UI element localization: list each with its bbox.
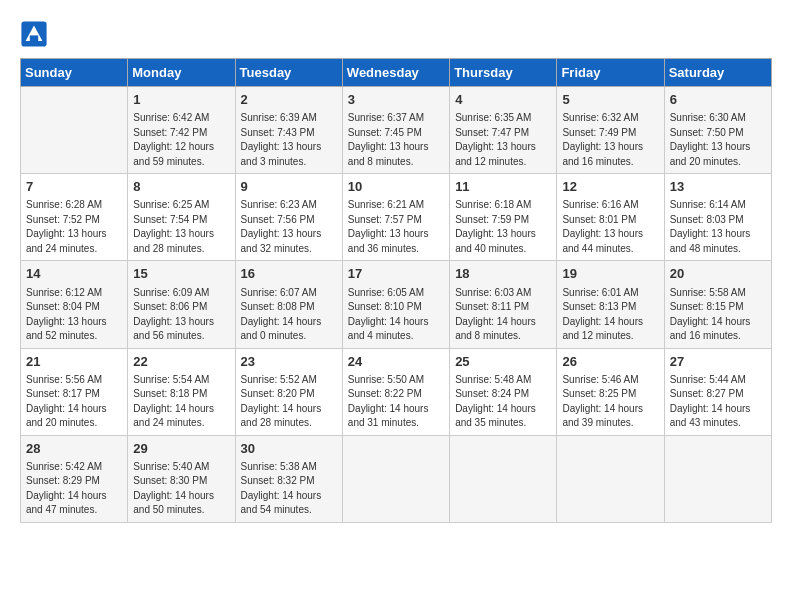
calendar-cell: 15Sunrise: 6:09 AM Sunset: 8:06 PM Dayli… (128, 261, 235, 348)
cell-info: Sunrise: 5:46 AM Sunset: 8:25 PM Dayligh… (562, 373, 658, 431)
cell-info: Sunrise: 6:18 AM Sunset: 7:59 PM Dayligh… (455, 198, 551, 256)
calendar-cell: 18Sunrise: 6:03 AM Sunset: 8:11 PM Dayli… (450, 261, 557, 348)
calendar-cell (664, 435, 771, 522)
cell-info: Sunrise: 6:09 AM Sunset: 8:06 PM Dayligh… (133, 286, 229, 344)
cell-info: Sunrise: 5:42 AM Sunset: 8:29 PM Dayligh… (26, 460, 122, 518)
cell-info: Sunrise: 5:58 AM Sunset: 8:15 PM Dayligh… (670, 286, 766, 344)
day-number: 12 (562, 178, 658, 196)
calendar-cell: 2Sunrise: 6:39 AM Sunset: 7:43 PM Daylig… (235, 87, 342, 174)
cell-info: Sunrise: 6:16 AM Sunset: 8:01 PM Dayligh… (562, 198, 658, 256)
header (20, 20, 772, 48)
day-number: 5 (562, 91, 658, 109)
day-number: 29 (133, 440, 229, 458)
cell-info: Sunrise: 5:54 AM Sunset: 8:18 PM Dayligh… (133, 373, 229, 431)
day-number: 25 (455, 353, 551, 371)
cell-info: Sunrise: 6:35 AM Sunset: 7:47 PM Dayligh… (455, 111, 551, 169)
cell-info: Sunrise: 5:38 AM Sunset: 8:32 PM Dayligh… (241, 460, 337, 518)
col-header-monday: Monday (128, 59, 235, 87)
day-number: 13 (670, 178, 766, 196)
calendar-cell: 8Sunrise: 6:25 AM Sunset: 7:54 PM Daylig… (128, 174, 235, 261)
calendar-cell: 19Sunrise: 6:01 AM Sunset: 8:13 PM Dayli… (557, 261, 664, 348)
calendar-cell: 14Sunrise: 6:12 AM Sunset: 8:04 PM Dayli… (21, 261, 128, 348)
col-header-thursday: Thursday (450, 59, 557, 87)
cell-info: Sunrise: 6:25 AM Sunset: 7:54 PM Dayligh… (133, 198, 229, 256)
cell-info: Sunrise: 6:42 AM Sunset: 7:42 PM Dayligh… (133, 111, 229, 169)
day-number: 3 (348, 91, 444, 109)
day-number: 9 (241, 178, 337, 196)
day-number: 1 (133, 91, 229, 109)
day-number: 22 (133, 353, 229, 371)
calendar-cell: 22Sunrise: 5:54 AM Sunset: 8:18 PM Dayli… (128, 348, 235, 435)
day-number: 11 (455, 178, 551, 196)
calendar-cell: 30Sunrise: 5:38 AM Sunset: 8:32 PM Dayli… (235, 435, 342, 522)
cell-info: Sunrise: 6:30 AM Sunset: 7:50 PM Dayligh… (670, 111, 766, 169)
calendar-cell: 17Sunrise: 6:05 AM Sunset: 8:10 PM Dayli… (342, 261, 449, 348)
calendar-cell: 6Sunrise: 6:30 AM Sunset: 7:50 PM Daylig… (664, 87, 771, 174)
calendar-cell: 28Sunrise: 5:42 AM Sunset: 8:29 PM Dayli… (21, 435, 128, 522)
cell-info: Sunrise: 6:05 AM Sunset: 8:10 PM Dayligh… (348, 286, 444, 344)
cell-info: Sunrise: 6:21 AM Sunset: 7:57 PM Dayligh… (348, 198, 444, 256)
calendar-cell: 5Sunrise: 6:32 AM Sunset: 7:49 PM Daylig… (557, 87, 664, 174)
calendar-cell: 26Sunrise: 5:46 AM Sunset: 8:25 PM Dayli… (557, 348, 664, 435)
calendar-cell: 13Sunrise: 6:14 AM Sunset: 8:03 PM Dayli… (664, 174, 771, 261)
calendar-table: SundayMondayTuesdayWednesdayThursdayFrid… (20, 58, 772, 523)
calendar-cell: 3Sunrise: 6:37 AM Sunset: 7:45 PM Daylig… (342, 87, 449, 174)
day-number: 2 (241, 91, 337, 109)
cell-info: Sunrise: 6:23 AM Sunset: 7:56 PM Dayligh… (241, 198, 337, 256)
calendar-cell: 20Sunrise: 5:58 AM Sunset: 8:15 PM Dayli… (664, 261, 771, 348)
week-row-4: 21Sunrise: 5:56 AM Sunset: 8:17 PM Dayli… (21, 348, 772, 435)
logo-icon (20, 20, 48, 48)
calendar-cell (342, 435, 449, 522)
col-header-sunday: Sunday (21, 59, 128, 87)
calendar-cell: 4Sunrise: 6:35 AM Sunset: 7:47 PM Daylig… (450, 87, 557, 174)
calendar-cell: 25Sunrise: 5:48 AM Sunset: 8:24 PM Dayli… (450, 348, 557, 435)
day-number: 18 (455, 265, 551, 283)
col-header-tuesday: Tuesday (235, 59, 342, 87)
cell-info: Sunrise: 6:28 AM Sunset: 7:52 PM Dayligh… (26, 198, 122, 256)
cell-info: Sunrise: 6:01 AM Sunset: 8:13 PM Dayligh… (562, 286, 658, 344)
col-header-wednesday: Wednesday (342, 59, 449, 87)
day-number: 14 (26, 265, 122, 283)
week-row-3: 14Sunrise: 6:12 AM Sunset: 8:04 PM Dayli… (21, 261, 772, 348)
day-number: 23 (241, 353, 337, 371)
cell-info: Sunrise: 5:52 AM Sunset: 8:20 PM Dayligh… (241, 373, 337, 431)
cell-info: Sunrise: 6:32 AM Sunset: 7:49 PM Dayligh… (562, 111, 658, 169)
week-row-2: 7Sunrise: 6:28 AM Sunset: 7:52 PM Daylig… (21, 174, 772, 261)
header-row: SundayMondayTuesdayWednesdayThursdayFrid… (21, 59, 772, 87)
calendar-cell (450, 435, 557, 522)
cell-info: Sunrise: 5:48 AM Sunset: 8:24 PM Dayligh… (455, 373, 551, 431)
calendar-cell: 10Sunrise: 6:21 AM Sunset: 7:57 PM Dayli… (342, 174, 449, 261)
cell-info: Sunrise: 5:40 AM Sunset: 8:30 PM Dayligh… (133, 460, 229, 518)
calendar-cell: 24Sunrise: 5:50 AM Sunset: 8:22 PM Dayli… (342, 348, 449, 435)
day-number: 6 (670, 91, 766, 109)
cell-info: Sunrise: 6:37 AM Sunset: 7:45 PM Dayligh… (348, 111, 444, 169)
calendar-cell (21, 87, 128, 174)
calendar-cell: 1Sunrise: 6:42 AM Sunset: 7:42 PM Daylig… (128, 87, 235, 174)
calendar-cell: 9Sunrise: 6:23 AM Sunset: 7:56 PM Daylig… (235, 174, 342, 261)
cell-info: Sunrise: 6:03 AM Sunset: 8:11 PM Dayligh… (455, 286, 551, 344)
calendar-cell: 23Sunrise: 5:52 AM Sunset: 8:20 PM Dayli… (235, 348, 342, 435)
day-number: 28 (26, 440, 122, 458)
calendar-cell: 12Sunrise: 6:16 AM Sunset: 8:01 PM Dayli… (557, 174, 664, 261)
calendar-cell: 27Sunrise: 5:44 AM Sunset: 8:27 PM Dayli… (664, 348, 771, 435)
calendar-cell: 29Sunrise: 5:40 AM Sunset: 8:30 PM Dayli… (128, 435, 235, 522)
calendar-cell: 7Sunrise: 6:28 AM Sunset: 7:52 PM Daylig… (21, 174, 128, 261)
calendar-cell: 11Sunrise: 6:18 AM Sunset: 7:59 PM Dayli… (450, 174, 557, 261)
cell-info: Sunrise: 5:56 AM Sunset: 8:17 PM Dayligh… (26, 373, 122, 431)
calendar-cell: 16Sunrise: 6:07 AM Sunset: 8:08 PM Dayli… (235, 261, 342, 348)
day-number: 21 (26, 353, 122, 371)
day-number: 26 (562, 353, 658, 371)
calendar-cell (557, 435, 664, 522)
week-row-1: 1Sunrise: 6:42 AM Sunset: 7:42 PM Daylig… (21, 87, 772, 174)
day-number: 16 (241, 265, 337, 283)
day-number: 19 (562, 265, 658, 283)
col-header-saturday: Saturday (664, 59, 771, 87)
day-number: 30 (241, 440, 337, 458)
cell-info: Sunrise: 6:39 AM Sunset: 7:43 PM Dayligh… (241, 111, 337, 169)
cell-info: Sunrise: 6:14 AM Sunset: 8:03 PM Dayligh… (670, 198, 766, 256)
cell-info: Sunrise: 6:12 AM Sunset: 8:04 PM Dayligh… (26, 286, 122, 344)
day-number: 10 (348, 178, 444, 196)
day-number: 4 (455, 91, 551, 109)
col-header-friday: Friday (557, 59, 664, 87)
day-number: 7 (26, 178, 122, 196)
